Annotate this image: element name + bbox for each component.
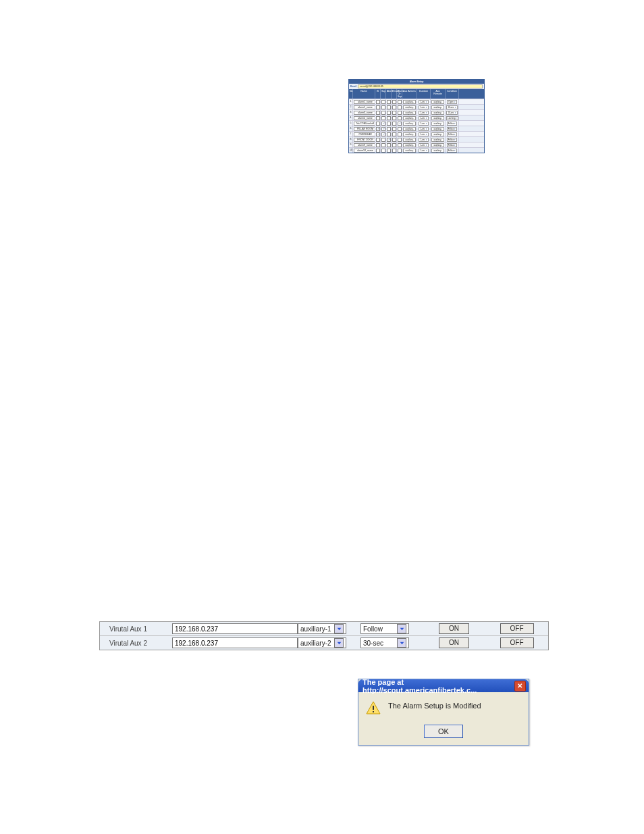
on-button[interactable]: ON <box>439 623 469 634</box>
checkbox[interactable] <box>398 138 402 142</box>
checkbox[interactable] <box>376 143 380 147</box>
select[interactable]: auxiliary-1▾ <box>431 143 444 147</box>
select[interactable]: Open▾ <box>447 100 456 104</box>
checkbox[interactable] <box>392 111 396 115</box>
select[interactable]: auxiliary-1▾ <box>431 122 444 126</box>
checkbox[interactable] <box>376 111 380 115</box>
duration-select[interactable]: 30-sec <box>360 637 409 648</box>
checkbox[interactable] <box>381 116 385 120</box>
email-field[interactable]: scout@192.168.0.105 <box>358 84 483 88</box>
name-input[interactable]: OVERHEAD DOOR REAR <box>354 132 375 136</box>
checkbox[interactable] <box>387 116 391 120</box>
select[interactable]: auxiliary-1▾ <box>431 132 444 136</box>
checkbox[interactable] <box>381 100 385 104</box>
select[interactable]: auxiliary-1▾ <box>431 105 444 109</box>
select[interactable]: Follow▾ <box>447 132 458 136</box>
checkbox[interactable] <box>392 105 396 109</box>
checkbox[interactable] <box>376 105 380 109</box>
checkbox[interactable] <box>381 127 385 131</box>
checkbox[interactable] <box>376 100 380 104</box>
select[interactable]: auxiliary-1▾ <box>403 132 416 136</box>
checkbox[interactable] <box>381 132 385 136</box>
checkbox[interactable] <box>376 138 380 142</box>
checkbox[interactable] <box>398 105 402 109</box>
checkbox[interactable] <box>398 122 402 126</box>
checkbox[interactable] <box>392 149 396 153</box>
checkbox[interactable] <box>392 132 396 136</box>
checkbox[interactable] <box>381 143 385 147</box>
checkbox[interactable] <box>392 100 396 104</box>
select[interactable]: 1-sec▾ <box>419 149 428 153</box>
select[interactable]: auxiliary-1▾ <box>431 149 444 153</box>
select[interactable]: Follow▾ <box>447 127 458 131</box>
checkbox[interactable] <box>376 116 380 120</box>
select[interactable]: 1-sec▾ <box>419 143 428 147</box>
select[interactable]: 1-sec▾ <box>419 127 428 131</box>
select[interactable]: auxiliary-1▾ <box>403 122 416 126</box>
checkbox[interactable] <box>398 100 402 104</box>
checkbox[interactable] <box>381 105 385 109</box>
checkbox[interactable] <box>387 122 391 126</box>
checkbox[interactable] <box>376 122 380 126</box>
select[interactable]: auxiliary-1▾ <box>403 143 416 147</box>
checkbox[interactable] <box>392 138 396 142</box>
name-input[interactable]: alarm1_name <box>354 100 375 104</box>
name-input[interactable]: PILLAR ROOM DOOR <box>354 127 375 131</box>
off-button[interactable]: OFF <box>500 637 534 648</box>
select[interactable]: 1-sec▾ <box>419 100 428 104</box>
select[interactable]: auxiliary-1▾ <box>403 111 416 115</box>
on-button[interactable]: ON <box>439 637 469 648</box>
select[interactable]: Follow▾ <box>447 149 458 153</box>
checkbox[interactable] <box>387 132 391 136</box>
select[interactable]: Latching▾ <box>446 116 458 120</box>
name-input[interactable]: alarm2_name <box>354 105 375 109</box>
checkbox[interactable] <box>387 100 391 104</box>
select[interactable]: 1-sec▾ <box>419 105 428 109</box>
select[interactable]: auxiliary-1▾ <box>403 116 416 120</box>
checkbox[interactable] <box>392 127 396 131</box>
select[interactable]: 10-sec▾ <box>446 105 457 109</box>
select[interactable]: auxiliary-1▾ <box>403 100 416 104</box>
checkbox[interactable] <box>387 138 391 142</box>
select[interactable]: 1-sec▾ <box>419 116 428 120</box>
checkbox[interactable] <box>398 127 402 131</box>
name-input[interactable]: alarm10_name <box>354 149 375 153</box>
close-button[interactable]: ✕ <box>514 681 526 692</box>
ip-input[interactable] <box>172 623 298 634</box>
select[interactable]: auxiliary-1▾ <box>403 127 416 131</box>
checkbox[interactable] <box>387 111 391 115</box>
checkbox[interactable] <box>387 149 391 153</box>
name-input[interactable]: FRONT DOOR BELL <box>354 138 375 142</box>
select[interactable]: auxiliary-1▾ <box>403 149 416 153</box>
select[interactable]: Follow▾ <box>447 143 458 147</box>
select[interactable]: auxiliary-1▾ <box>431 111 444 115</box>
select[interactable]: auxiliary-1▾ <box>431 100 444 104</box>
checkbox[interactable] <box>398 116 402 120</box>
select[interactable]: auxiliary-1▾ <box>431 127 444 131</box>
select[interactable]: auxiliary-1▾ <box>431 116 444 120</box>
checkbox[interactable] <box>392 143 396 147</box>
select[interactable]: 1-sec▾ <box>419 138 428 142</box>
name-input[interactable]: alarm3_name <box>354 111 375 115</box>
select[interactable]: auxiliary-1▾ <box>403 105 416 109</box>
checkbox[interactable] <box>381 149 385 153</box>
select[interactable]: Follow▾ <box>447 138 458 142</box>
aux-select[interactable]: auxiliary-2 <box>298 637 346 648</box>
checkbox[interactable] <box>398 143 402 147</box>
off-button[interactable]: OFF <box>500 623 534 634</box>
checkbox[interactable] <box>376 127 380 131</box>
dialog-titlebar[interactable]: The page at http://scout.americanfiberte… <box>358 679 529 692</box>
name-input[interactable]: alarm4_name <box>354 116 375 120</box>
checkbox[interactable] <box>381 122 385 126</box>
select[interactable]: auxiliary-1▾ <box>431 138 444 142</box>
checkbox[interactable] <box>398 111 402 115</box>
checkbox[interactable] <box>376 132 380 136</box>
select[interactable]: auxiliary-1▾ <box>403 138 416 142</box>
duration-select[interactable]: Follow <box>360 623 409 634</box>
ip-input[interactable] <box>172 637 298 648</box>
select[interactable]: 1-sec▾ <box>419 122 428 126</box>
checkbox[interactable] <box>398 149 402 153</box>
select[interactable]: 10-sec▾ <box>446 111 457 115</box>
name-input[interactable]: alarm9_name <box>354 143 375 147</box>
checkbox[interactable] <box>387 105 391 109</box>
